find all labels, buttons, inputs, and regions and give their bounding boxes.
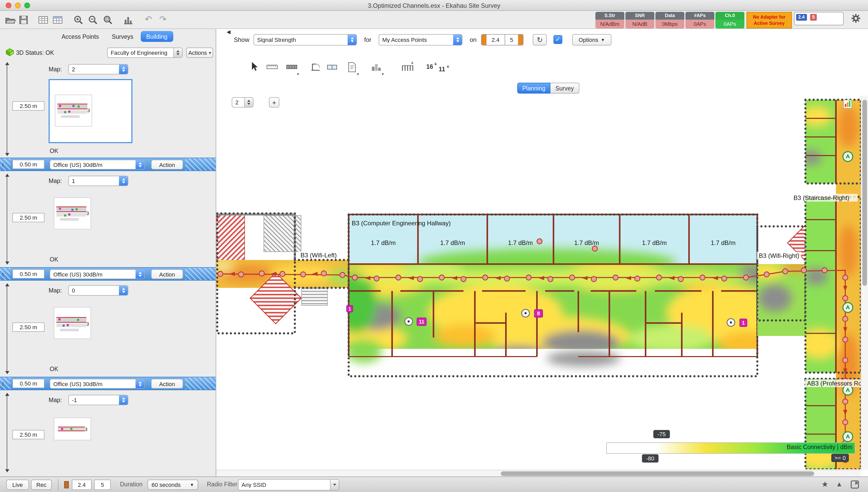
svg-text:3: 3 <box>86 211 89 216</box>
band-24-segment[interactable]: 2.4 <box>486 34 505 45</box>
sidebar-tabs: Access Points Surveys Building <box>56 31 173 42</box>
channel-plan-tool-icon[interactable]: 16 11 <box>425 61 452 77</box>
band-active-marker <box>518 34 523 45</box>
options-menu-button[interactable]: Options▼ <box>572 34 611 46</box>
vertical-scrollbar[interactable] <box>861 96 868 470</box>
floor-spinner[interactable]: 2 <box>232 97 254 107</box>
ap-filter-select[interactable]: My Access Points <box>379 34 463 46</box>
ap-badge[interactable]: 8 <box>534 310 543 317</box>
select-tool-icon[interactable] <box>246 61 261 77</box>
room-attenuation-label: 1.7 dB/m <box>371 239 396 246</box>
draw-wall-tool-icon[interactable]: ▾ <box>284 61 299 77</box>
floor-height-field[interactable]: 2.50 m <box>13 213 45 222</box>
expand-view-icon[interactable] <box>850 480 859 489</box>
slab-height-field[interactable]: 0.50 m <box>13 160 45 169</box>
updown-arrow-icon: ↕ <box>2 271 4 277</box>
duration-select[interactable]: 60 seconds▼ <box>147 479 198 490</box>
legend-low-tooltip: -80 <box>642 454 658 463</box>
ap-badge[interactable]: 1 <box>740 319 747 327</box>
floor-height-field[interactable]: 2.50 m <box>13 322 45 332</box>
slab-material-select[interactable]: Office (US) 30dB/m <box>50 160 145 170</box>
map-number-select-2[interactable]: 2 <box>68 64 128 74</box>
map-number-select-1[interactable]: 1 <box>68 176 128 186</box>
band-toggle[interactable]: 2.4 5 <box>481 34 523 46</box>
floor-plan-canvas[interactable]: B3 (Computer Engineering Hallway) 1.7 dB… <box>216 96 861 469</box>
svg-text:16: 16 <box>426 63 433 70</box>
floor-thumbnail-selected[interactable]: 3 <box>49 79 133 143</box>
horizontal-scrollbar[interactable] <box>216 470 861 476</box>
floor-height-field[interactable]: 2.50 m <box>13 430 45 439</box>
slab-action-button[interactable]: Action <box>151 160 183 170</box>
statistics-chart-icon[interactable] <box>123 15 134 26</box>
legend-toggle-icon[interactable] <box>843 100 852 108</box>
tab-building[interactable]: Building <box>141 31 173 42</box>
stepper-icon <box>173 48 182 57</box>
slab-action-button[interactable]: Action <box>151 269 183 279</box>
zoom-out-icon[interactable] <box>88 15 99 26</box>
gear-icon[interactable] <box>851 14 861 23</box>
door-tool-icon[interactable] <box>308 61 323 77</box>
attenuation-zone-tool-icon[interactable] <box>400 61 415 77</box>
band-5-field[interactable]: 5 <box>94 479 111 490</box>
ssid-filter-select[interactable]: Any SSID <box>238 479 339 490</box>
area-tool-icon[interactable]: ▾ <box>369 61 384 77</box>
ap-badge[interactable]: 11 <box>417 318 426 326</box>
building-sidebar: Access Points Surveys Building 3D Status… <box>0 29 216 476</box>
visualization-select[interactable]: Signal Strength <box>254 34 357 46</box>
actions-menu-button[interactable]: Actions▾ <box>186 48 213 58</box>
band-5-segment[interactable]: 5 <box>505 34 518 45</box>
slab-height-field[interactable]: 0.50 m <box>13 269 45 278</box>
report-grid-icon[interactable] <box>38 15 49 26</box>
zoom-fit-icon[interactable] <box>102 15 114 26</box>
zoom-in-icon[interactable] <box>73 15 84 26</box>
rec-button[interactable]: Rec <box>31 479 52 490</box>
stepper-icon <box>119 286 128 295</box>
floor-0-thumbnail[interactable]: 3 <box>54 307 91 339</box>
ekahau-window: 3.Optimized Channels.esx - Ekahau Site S… <box>0 0 868 492</box>
save-project-icon[interactable] <box>18 15 29 26</box>
note-tool-icon[interactable]: ▾ <box>345 61 359 77</box>
room-attenuation-label: 1.7 dB/m <box>508 239 533 246</box>
slab-material-select[interactable]: Office (US) 30dB/m <box>50 269 145 279</box>
measure-wall-tool-icon[interactable] <box>265 61 279 77</box>
tab-surveys[interactable]: Surveys <box>106 31 139 42</box>
building-select[interactable]: Faculty of Engineering <box>107 48 183 58</box>
redo-icon[interactable]: ↷ <box>157 15 169 26</box>
on-label: on <box>470 36 477 43</box>
horizontal-scrollbar-thumb[interactable] <box>501 471 814 476</box>
floor-height-field[interactable]: 2.50 m <box>13 101 45 110</box>
add-floor-button[interactable]: + <box>269 97 279 107</box>
open-project-icon[interactable] <box>5 15 16 26</box>
tab-survey[interactable]: Survey <box>550 83 579 94</box>
map-number-select-minus1[interactable]: -1 <box>68 395 128 405</box>
slab-height-field[interactable]: 0.50 m <box>13 379 45 388</box>
floor-minus1-thumbnail[interactable]: 3 <box>54 418 91 440</box>
room-attenuation-label: 1.7 dB/m <box>440 239 465 246</box>
map-overview-icon[interactable]: ▲ <box>836 480 843 488</box>
slab-material-select[interactable]: Office (US) 30dB/m <box>50 379 145 389</box>
floor-status: OK <box>50 148 58 154</box>
floor-height-arrow <box>7 394 7 471</box>
tab-access-points[interactable]: Access Points <box>56 31 104 42</box>
undo-icon[interactable]: ↶ <box>143 15 154 26</box>
stepper-icon <box>136 379 144 388</box>
report-grid-alt-icon[interactable] <box>52 15 64 26</box>
map-number-select-0[interactable]: 0 <box>68 285 128 296</box>
floor-1-thumbnail[interactable]: 3 <box>54 197 91 229</box>
wifi-right-label: B3 (Wifi-Right) <box>759 252 799 259</box>
live-button[interactable]: Live <box>6 479 29 490</box>
refresh-button[interactable]: ↻ <box>533 34 547 46</box>
band-24-field[interactable]: 2.4 <box>72 479 92 490</box>
slab-action-button[interactable]: Action <box>151 379 183 389</box>
ap-badge[interactable]: 1 <box>347 305 353 312</box>
auto-refresh-checkbox[interactable]: ✓ <box>554 35 562 44</box>
mode-tabs: Planning Survey <box>517 83 579 94</box>
vertical-scrollbar-thumb[interactable] <box>862 100 867 286</box>
3d-status-label: 3D Status: OK <box>16 50 54 56</box>
hallway-label: B3 (Computer Engineering Hallway) <box>352 220 451 227</box>
collapse-sidebar-icon[interactable]: ◀ <box>227 29 231 34</box>
favorites-star-icon[interactable]: ★ <box>821 479 828 489</box>
tab-planning[interactable]: Planning <box>517 83 550 94</box>
titlebar: 3.Optimized Channels.esx - Ekahau Site S… <box>0 0 868 11</box>
window-tool-icon[interactable] <box>325 61 339 77</box>
